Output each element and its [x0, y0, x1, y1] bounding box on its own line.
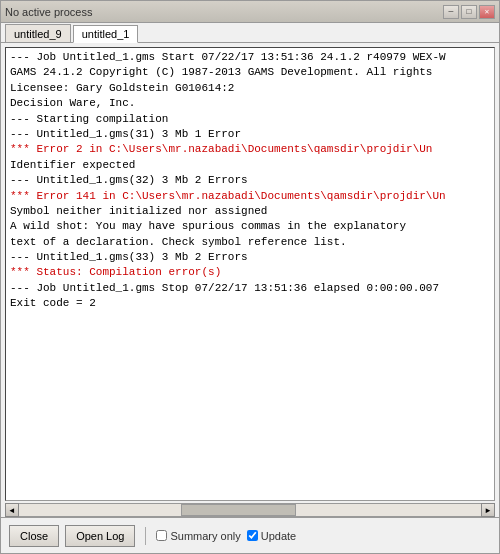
console-exit-code: Exit code = 2 [10, 296, 490, 311]
title-bar: No active process ─ □ ✕ [1, 1, 499, 23]
horizontal-scrollbar-track[interactable] [19, 503, 481, 517]
console-line-error: *** Error 2 in C:\Users\mr.nazabadi\Docu… [10, 142, 490, 157]
horizontal-scrollbar-container: ◄ ► [5, 503, 495, 517]
console-line: --- Job Untitled_1.gms Stop 07/22/17 13:… [10, 281, 490, 296]
tab-untitled1[interactable]: untitled_1 [73, 25, 139, 43]
update-checkbox[interactable] [247, 530, 258, 541]
update-group: Update [247, 530, 296, 542]
update-label: Update [261, 530, 296, 542]
console-line: A wild shot: You may have spurious comma… [10, 219, 490, 234]
console-line: Identifier expected [10, 158, 490, 173]
window-title: No active process [5, 6, 92, 18]
tab-untitled9[interactable]: untitled_9 [5, 24, 71, 42]
main-window: No active process ─ □ ✕ untitled_9 untit… [0, 0, 500, 554]
bottom-toolbar: Close Open Log Summary only Update [1, 517, 499, 553]
console-line: --- Job Untitled_1.gms Start 07/22/17 13… [10, 50, 490, 65]
console-line: Symbol neither initialized nor assigned [10, 204, 490, 219]
scroll-left-button[interactable]: ◄ [5, 503, 19, 517]
close-button[interactable]: Close [9, 525, 59, 547]
horizontal-scrollbar-thumb[interactable] [181, 504, 297, 516]
minimize-button[interactable]: ─ [443, 5, 459, 19]
console-status-error: *** Status: Compilation error(s) [10, 265, 490, 280]
maximize-button[interactable]: □ [461, 5, 477, 19]
tabs-bar: untitled_9 untitled_1 [1, 23, 499, 43]
close-window-button[interactable]: ✕ [479, 5, 495, 19]
console-line: --- Untitled_1.gms(33) 3 Mb 2 Errors [10, 250, 490, 265]
console-line: Decision Ware, Inc. [10, 96, 490, 111]
summary-only-group: Summary only [156, 530, 240, 542]
console-line: --- Untitled_1.gms(31) 3 Mb 1 Error [10, 127, 490, 142]
console-line: text of a declaration. Check symbol refe… [10, 235, 490, 250]
console-line: GAMS 24.1.2 Copyright (C) 1987-2013 GAMS… [10, 65, 490, 80]
console-line: Licensee: Gary Goldstein G010614:2 [10, 81, 490, 96]
console-line-error: *** Error 141 in C:\Users\mr.nazabadi\Do… [10, 189, 490, 204]
console-line: --- Untitled_1.gms(32) 3 Mb 2 Errors [10, 173, 490, 188]
separator [145, 527, 146, 545]
scroll-right-button[interactable]: ► [481, 503, 495, 517]
console-output: --- Job Untitled_1.gms Start 07/22/17 13… [5, 47, 495, 501]
summary-only-label: Summary only [170, 530, 240, 542]
open-log-button[interactable]: Open Log [65, 525, 135, 547]
console-line: --- Starting compilation [10, 112, 490, 127]
summary-only-checkbox[interactable] [156, 530, 167, 541]
window-controls: ─ □ ✕ [443, 5, 495, 19]
